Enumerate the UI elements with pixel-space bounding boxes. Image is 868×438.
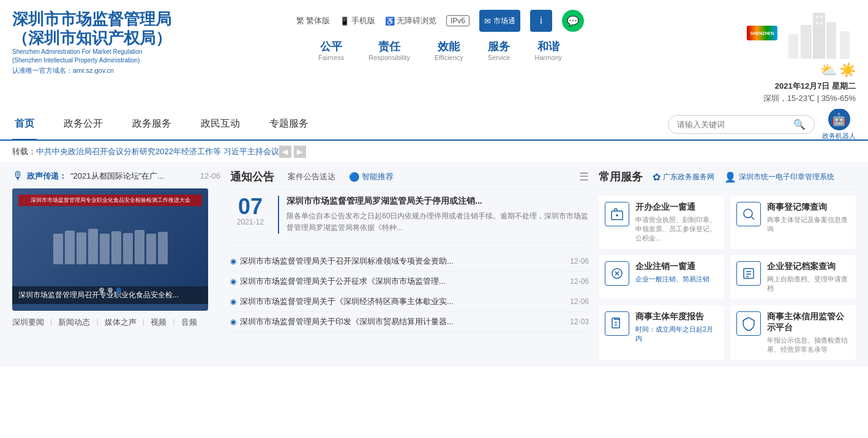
accessibility-link[interactable]: ♿无障碍浏览 xyxy=(385,15,436,26)
audio-link[interactable]: 音频 xyxy=(181,317,197,328)
notice-tabs: 案件公告送达 🔵 智能推荐 xyxy=(284,170,579,184)
notice-list-text[interactable]: 深圳市市场监督管理局关于召开深圳标准领域专项资金资助... xyxy=(240,256,565,267)
svg-line-13 xyxy=(752,217,755,220)
nav-bar: 首页 政务公开 政务服务 政民互动 专题服务 🔍 🤖 政务机器人 xyxy=(0,109,868,141)
slideshow: 深圳市市场监督管理局专业职业化食品安全检验检测工作推进大会 深圳市场监督管理局召… xyxy=(12,188,208,311)
logo-domain: 认准唯一官方域名：amr.sz.gov.cn xyxy=(12,66,184,75)
services-title: 常用服务 xyxy=(599,169,643,184)
media-voice-link[interactable]: 媒体之声 xyxy=(105,317,137,328)
service-credit-platform[interactable]: 商事主体信用监管公示平台 年报公示信息、抽查检查结果、经营异常名录等 xyxy=(730,305,856,360)
annual-report-icon xyxy=(605,311,629,336)
service-desc: 年报公示信息、抽查检查结果、经营异常名录等 xyxy=(767,336,850,354)
value-efficiency: 效能 Efficiency xyxy=(435,39,463,61)
service-icon[interactable]: i xyxy=(530,10,552,32)
market-channel-icon[interactable]: ✉市场通 xyxy=(479,10,520,32)
voice-ticker: 🎙 政声传递： "2021从都国际论坛"在广... 12-06 xyxy=(12,169,220,182)
values-bar: 公平 Fairness 责任 Responsibility 效能 Efficie… xyxy=(318,39,562,61)
notice-list: ◉ 深圳市市场监督管理局关于召开深圳标准领域专项资金资助... 12-06 ◉ … xyxy=(230,251,589,332)
list-item: ◉ 深圳市市场监督管理局关于《深圳经济特区商事主体歇业实... 12-06 xyxy=(230,292,589,312)
ticker-text[interactable]: 中共中央政治局召开会议分析研究2022年经济工作等 习近平主持会议 xyxy=(36,146,279,157)
nav-item-special[interactable]: 专题服务 xyxy=(267,109,311,141)
service-open-company[interactable]: 开办企业一窗通 申请营业执照、刻制印章、申领发票、员工参保登记、公积金... xyxy=(599,196,724,249)
featured-summary: 限各单位自本公告发布之日起60日内依规办理停用或者注销手续。逾期不处理，深圳市市… xyxy=(286,210,589,234)
bullet-icon: ◉ xyxy=(230,297,236,306)
ticker-next-btn[interactable]: ▶ xyxy=(294,146,306,158)
bullet-icon: ◉ xyxy=(230,277,236,286)
svg-rect-1 xyxy=(801,25,812,59)
logo-subtitle-en: Shenzhen Administration For Market Regul… xyxy=(12,48,184,65)
service-biz-query[interactable]: 商事登记簿查询 商事主体登记及备案信息查询 xyxy=(730,196,856,249)
news-dynamics-link[interactable]: 新闻动态 xyxy=(58,317,90,328)
notice-header: 通知公告 案件公告送达 🔵 智能推荐 ☰ xyxy=(230,169,589,190)
biz-query-icon xyxy=(736,202,761,226)
bullet-icon: ◉ xyxy=(230,257,236,265)
service-desc: 时间：成立周年之日起2月内 xyxy=(635,325,718,343)
notice-tab-case[interactable]: 案件公告送达 xyxy=(284,170,339,184)
biz-query-info: 商事登记簿查询 商事主体登记及备案信息查询 xyxy=(767,202,850,234)
header-center: 繁繁体版 📱手机版 ♿无障碍浏览 IPv6 ✉市场通 i 💬 公平 Fair xyxy=(184,10,697,61)
slide-dot-2[interactable] xyxy=(108,288,113,292)
service-cancel-company[interactable]: 企业注销一窗通 企业一般注销、简易注销 xyxy=(599,255,724,299)
list-item: ◉ 深圳市市场监督管理局关于印发《深圳市贸易结算用计量器... 12-03 xyxy=(230,312,589,332)
video-link[interactable]: 视频 xyxy=(151,317,166,328)
flower-icon: ✿ xyxy=(653,171,660,183)
logo-area: 深圳市市场监督管理局 （深圳市知识产权局） Shenzhen Administr… xyxy=(12,10,184,75)
shenzhen-news-link[interactable]: 深圳要闻 xyxy=(12,317,44,328)
guangdong-service-link[interactable]: ✿ 广东政务服务网 xyxy=(653,171,714,183)
slide-dot-1[interactable] xyxy=(99,288,104,292)
service-name: 开办企业一窗通 xyxy=(635,202,718,213)
ipv6-badge[interactable]: IPv6 xyxy=(446,15,470,26)
search-area: 🔍 🤖 政务机器人 xyxy=(668,108,856,141)
value-service: 服务 Service xyxy=(488,39,511,61)
service-desc: 企业一般注销、简易注销 xyxy=(635,275,718,284)
notice-list-date: 12-06 xyxy=(570,257,589,265)
svg-rect-3 xyxy=(788,34,798,59)
right-column: 常用服务 ✿ 广东政务服务网 👤 深圳市统一电子印章管理系统 xyxy=(599,169,856,360)
ticker-nav: ◀ ▶ xyxy=(279,146,306,158)
notice-list-text[interactable]: 深圳市市场监督管理局关于《深圳经济特区商事主体歇业实... xyxy=(240,296,565,307)
value-fairness: 公平 Fairness xyxy=(318,39,344,61)
service-desc: 申请营业执照、刻制印章、申领发票、员工参保登记、公积金... xyxy=(635,215,718,243)
user-icon: 👤 xyxy=(724,171,736,183)
middle-column: 通知公告 案件公告送达 🔵 智能推荐 ☰ 07 2021-12 深圳市市场监督管… xyxy=(230,169,589,360)
archive-icon xyxy=(736,261,761,286)
service-name: 商事登记簿查询 xyxy=(767,202,850,213)
nav-item-home[interactable]: 首页 xyxy=(12,109,37,141)
nav-item-gov-open[interactable]: 政务公开 xyxy=(61,109,105,141)
ticker-prev-btn[interactable]: ◀ xyxy=(279,146,291,158)
mobile-link[interactable]: 📱手机版 xyxy=(340,15,375,26)
nav-item-gov-service[interactable]: 政务服务 xyxy=(130,109,174,141)
smart-icon: 🔵 xyxy=(349,172,359,182)
service-archive-query[interactable]: 企业登记档案查询 网上自助查档、受理申请查档 xyxy=(730,255,856,299)
svg-point-12 xyxy=(744,209,752,218)
service-annual-report[interactable]: 商事主体年度报告 时间：成立周年之日起2月内 xyxy=(599,305,724,360)
cancel-company-icon xyxy=(605,261,629,286)
bullet-icon: ◉ xyxy=(230,317,236,326)
featured-title[interactable]: 深圳市市场监督管理局罗湖监管局关于停用或注销... xyxy=(286,196,589,207)
services-header: 常用服务 ✿ 广东政务服务网 👤 深圳市统一电子印章管理系统 xyxy=(599,169,856,190)
left-column: 🎙 政声传递： "2021从都国际论坛"在广... 12-06 深圳市市场监督管… xyxy=(12,169,220,360)
open-company-info: 开办企业一窗通 申请营业执照、刻制印章、申领发票、员工参保登记、公积金... xyxy=(635,202,718,243)
header-right: SHENZHEN xyxy=(697,10,856,104)
nav-item-interaction[interactable]: 政民互动 xyxy=(198,109,242,141)
seal-management-link[interactable]: 👤 深圳市统一电子印章管理系统 xyxy=(724,171,834,183)
notice-menu-icon[interactable]: ☰ xyxy=(579,170,589,184)
notice-list-date: 12-03 xyxy=(570,317,589,326)
notice-list-text[interactable]: 深圳市市场监督管理局关于公开征求《深圳市市场监管理... xyxy=(240,276,565,287)
search-input[interactable] xyxy=(677,120,793,129)
nav-items: 首页 政务公开 政务服务 政民互动 专题服务 xyxy=(12,109,668,139)
notice-list-text[interactable]: 深圳市市场监督管理局关于印发《深圳市贸易结算用计量器... xyxy=(240,316,565,327)
list-item: ◉ 深圳市市场监督管理局关于召开深圳标准领域专项资金资助... 12-06 xyxy=(230,251,589,272)
ticker-bar: 转载： 中共中央政治局召开会议分析研究2022年经济工作等 习近平主持会议 ◀ … xyxy=(0,141,868,163)
notice-board-title: 通知公告 xyxy=(230,169,274,184)
slide-dot-3[interactable] xyxy=(116,288,121,292)
wechat-icon[interactable]: 💬 xyxy=(562,10,584,32)
robot-button[interactable]: 🤖 政务机器人 xyxy=(822,108,856,141)
traditional-chinese-link[interactable]: 繁繁体版 xyxy=(296,15,330,26)
search-box: 🔍 xyxy=(668,115,815,134)
svg-rect-7 xyxy=(816,22,818,24)
service-name: 企业注销一窗通 xyxy=(635,261,718,272)
notice-tab-smart[interactable]: 🔵 智能推荐 xyxy=(345,170,397,184)
search-icon[interactable]: 🔍 xyxy=(793,119,806,130)
credit-platform-info: 商事主体信用监管公示平台 年报公示信息、抽查检查结果、经营异常名录等 xyxy=(767,311,850,354)
